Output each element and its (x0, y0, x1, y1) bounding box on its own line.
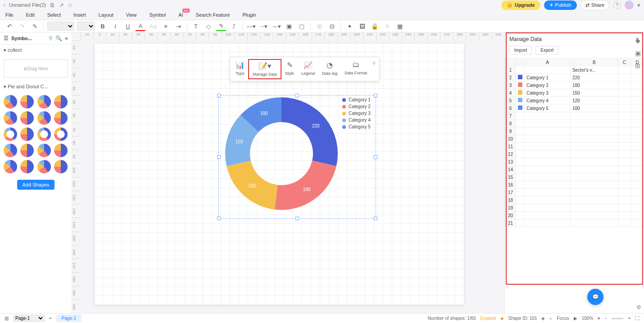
ct-type[interactable]: 📊Type (232, 59, 248, 79)
menu-insert[interactable]: Insert (73, 12, 86, 18)
shape-icon[interactable]: ◇ (204, 21, 213, 31)
group-icon[interactable]: ⊞ (314, 21, 324, 31)
chart-thumb[interactable] (4, 144, 17, 157)
menu-search[interactable]: Search Feature (196, 12, 230, 18)
chart-thumb[interactable] (20, 160, 34, 173)
pin-icon[interactable]: ⚲ (49, 35, 53, 41)
ct-legend[interactable]: 📈Legend (298, 59, 318, 79)
focus-icon[interactable]: ⟐ (549, 316, 552, 321)
case-icon[interactable]: Aa (148, 21, 158, 31)
canvas-area[interactable]: -100102030405060708090100110120130140150… (72, 32, 504, 313)
resize-handle[interactable] (374, 94, 377, 97)
layers-status-icon[interactable]: ◈ (541, 316, 545, 321)
play-icon[interactable]: ▶ (574, 316, 577, 321)
bold-icon[interactable]: B (98, 21, 108, 31)
avatar[interactable] (625, 0, 634, 9)
resize-handle[interactable] (217, 217, 221, 220)
menu-icon[interactable]: ☰ (4, 35, 9, 41)
chart-thumb[interactable] (20, 95, 34, 109)
menu-edit[interactable]: Edit (26, 12, 35, 18)
layers-icon[interactable]: ▣ (635, 50, 641, 57)
format-painter-icon[interactable]: ✎ (30, 21, 40, 31)
back-icon[interactable]: ▢ (297, 21, 307, 31)
resize-handle[interactable] (217, 94, 221, 97)
front-icon[interactable]: ▣ (284, 21, 294, 31)
ct-data-tag[interactable]: ◔Data tag (318, 59, 341, 79)
connector-icon[interactable]: ⤴ (229, 21, 239, 31)
chart-thumb[interactable] (37, 144, 51, 157)
menu-layout[interactable]: Layout (99, 12, 113, 18)
menu-view[interactable]: View (126, 12, 137, 18)
chart-thumb[interactable] (37, 111, 51, 125)
undo-icon[interactable]: ↶ (5, 21, 14, 31)
underline-icon[interactable]: U (123, 21, 133, 31)
highlight-icon[interactable]: ✎ (216, 21, 226, 31)
ungroup-icon[interactable]: ⊟ (327, 21, 337, 31)
menu-ai[interactable]: AIhot (178, 12, 183, 18)
chart-thumb[interactable] (4, 111, 17, 125)
menu-symbol[interactable]: Symbol (149, 12, 166, 18)
back-icon[interactable]: ‹ (4, 2, 5, 8)
upgrade-button[interactable]: 👑 Upgrade (501, 0, 540, 10)
collapse-icon[interactable]: « (65, 35, 68, 41)
ct-data-format[interactable]: 🗂Data Format (341, 59, 371, 79)
resize-handle[interactable] (217, 155, 221, 159)
indent-icon[interactable]: ⇥ (173, 21, 183, 31)
help-icon[interactable]: ? (613, 1, 621, 9)
search-icon[interactable]: 🔍 (55, 35, 62, 41)
chart-thumb[interactable] (20, 127, 34, 141)
chart-thumb[interactable] (37, 160, 51, 173)
chart-thumb[interactable] (4, 127, 17, 141)
chart-thumb[interactable] (4, 160, 17, 173)
lock-icon[interactable]: 🔒 (370, 21, 380, 31)
chart-thumb[interactable] (54, 144, 68, 157)
avatar-menu-icon[interactable]: ▾ (637, 2, 640, 9)
line-dash-icon[interactable]: ┄▾ (259, 21, 269, 31)
zoom-slider[interactable]: —○— (612, 316, 623, 321)
ct-manage-data[interactable]: 📝▾Manage Data (248, 59, 281, 79)
chart-thumb[interactable] (37, 127, 51, 141)
open-icon[interactable]: ↗ (59, 2, 64, 9)
upgrade-small-icon[interactable]: ◆ (500, 316, 504, 321)
chart-thumb[interactable] (20, 144, 34, 157)
redo-icon[interactable]: ↷ (17, 21, 27, 31)
zoom-in-icon[interactable]: + (628, 316, 630, 321)
menu-plugin[interactable]: Plugin (242, 12, 256, 18)
align-icon[interactable]: ≡ (161, 21, 171, 31)
file-name[interactable]: Unnamed File(2) (9, 2, 46, 8)
image-icon[interactable]: 🖼 (357, 21, 367, 31)
chart-thumb[interactable] (54, 160, 68, 173)
theme-icon[interactable]: ◆ (635, 37, 640, 44)
chart-thumb[interactable] (37, 95, 51, 109)
chart-thumb[interactable] (54, 127, 68, 141)
ct-style[interactable]: ✎Style (281, 59, 298, 79)
zoom-out-icon[interactable]: − (604, 316, 607, 321)
pin-toolbar-icon[interactable]: ⚲ (371, 59, 377, 79)
drop-zone[interactable]: ⊕ Drag Here (4, 59, 68, 77)
resize-handle[interactable] (374, 155, 377, 159)
add-page-icon[interactable]: + (49, 316, 52, 321)
line-style-icon[interactable]: —▾ (246, 21, 256, 31)
settings-icon[interactable]: ⚙ (636, 304, 641, 310)
apps-icon[interactable]: ⊞ (635, 62, 640, 69)
chart-thumb[interactable] (20, 111, 34, 125)
size-select[interactable] (77, 22, 95, 31)
font-select[interactable] (47, 22, 74, 31)
expand-link[interactable]: Expand (481, 316, 496, 321)
chat-bubble[interactable]: 💬 (587, 289, 603, 305)
save-icon[interactable]: 🗎 (50, 2, 55, 9)
arrow-icon[interactable]: ↔▾ (272, 21, 281, 31)
tools-icon[interactable]: ✕ (382, 21, 392, 31)
pie-section[interactable]: ▾ Pie and Donut C... (0, 81, 72, 92)
menu-file[interactable]: File (5, 12, 14, 18)
page-tab[interactable]: Page-1 (56, 314, 82, 322)
collect-section[interactable]: ▾ collect (0, 45, 72, 56)
chart-thumb[interactable] (4, 95, 17, 109)
add-shapes-button[interactable]: Add Shapes (17, 180, 55, 190)
star-icon[interactable]: ☆ (68, 2, 73, 9)
text-icon[interactable]: T (191, 21, 201, 31)
chart-thumb[interactable] (54, 111, 68, 125)
resize-handle[interactable] (374, 217, 377, 220)
fullscreen-icon[interactable]: ⛶ (635, 316, 639, 321)
pages-icon[interactable]: ▥ (5, 316, 9, 321)
